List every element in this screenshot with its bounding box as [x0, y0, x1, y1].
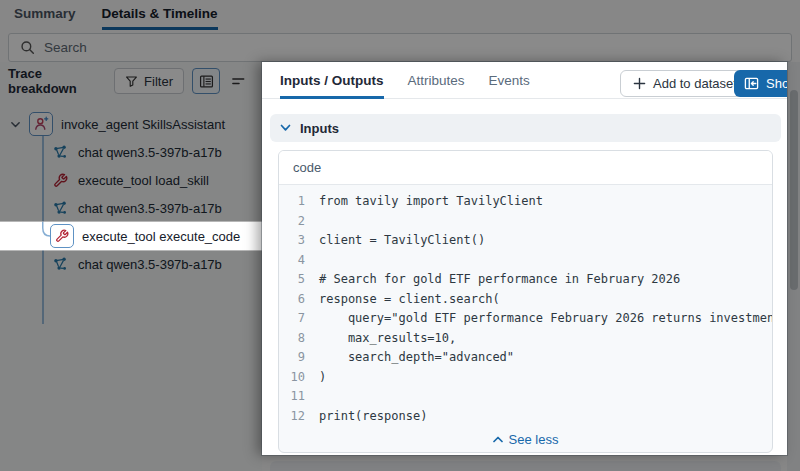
- tree-row-label: execute_tool execute_code: [82, 229, 240, 244]
- chevron-up-icon: [493, 436, 503, 443]
- tab-events[interactable]: Events: [489, 73, 530, 98]
- see-less-label: See less: [509, 432, 559, 447]
- code-line: 7 query="gold ETF performance February 2…: [279, 309, 772, 329]
- add-to-dataset-button[interactable]: Add to dataset: [620, 70, 750, 97]
- code-line: 8 max_results=10,: [279, 329, 772, 349]
- code-block: 1from tavily import TavilyClient 2 3clie…: [279, 185, 772, 426]
- add-to-dataset-label: Add to dataset: [653, 76, 737, 91]
- code-line: 3client = TavilyClient(): [279, 231, 772, 251]
- code-line: 6response = client.search(: [279, 290, 772, 310]
- show-panel-button[interactable]: Sho: [734, 70, 787, 97]
- code-field-label: code: [293, 160, 321, 175]
- code-line: 10): [279, 368, 772, 388]
- detail-panel: Inputs / Outputs Attributes Events Add t…: [262, 62, 787, 455]
- inputs-section-title: Inputs: [300, 121, 339, 136]
- code-line: 12print(response): [279, 407, 772, 427]
- code-line: 2: [279, 212, 772, 232]
- panel-collapse-left-icon: [744, 76, 759, 91]
- tree-elbow-connector: [0, 222, 60, 250]
- code-line: 9 search_depth="advanced": [279, 348, 772, 368]
- code-line: 11: [279, 387, 772, 407]
- code-field-header: code: [279, 151, 772, 185]
- code-line: 4: [279, 251, 772, 271]
- code-line: 5# Search for gold ETF performance in Fe…: [279, 270, 772, 290]
- tab-attributes[interactable]: Attributes: [408, 73, 465, 98]
- plus-icon: [633, 77, 646, 90]
- tree-row-execute-code-selected[interactable]: execute_tool execute_code: [0, 222, 262, 250]
- trace-viewer-app: Summary Details & Timeline Trace breakdo…: [0, 0, 800, 471]
- code-field-card: code 1from tavily import TavilyClient 2 …: [278, 150, 773, 453]
- code-line: 1from tavily import TavilyClient: [279, 192, 772, 212]
- tab-inputs-outputs[interactable]: Inputs / Outputs: [280, 73, 384, 98]
- show-button-label: Sho: [766, 76, 787, 91]
- see-less-link[interactable]: See less: [279, 426, 772, 452]
- inputs-section-header[interactable]: Inputs: [270, 114, 781, 142]
- chevron-down-icon: [280, 124, 291, 132]
